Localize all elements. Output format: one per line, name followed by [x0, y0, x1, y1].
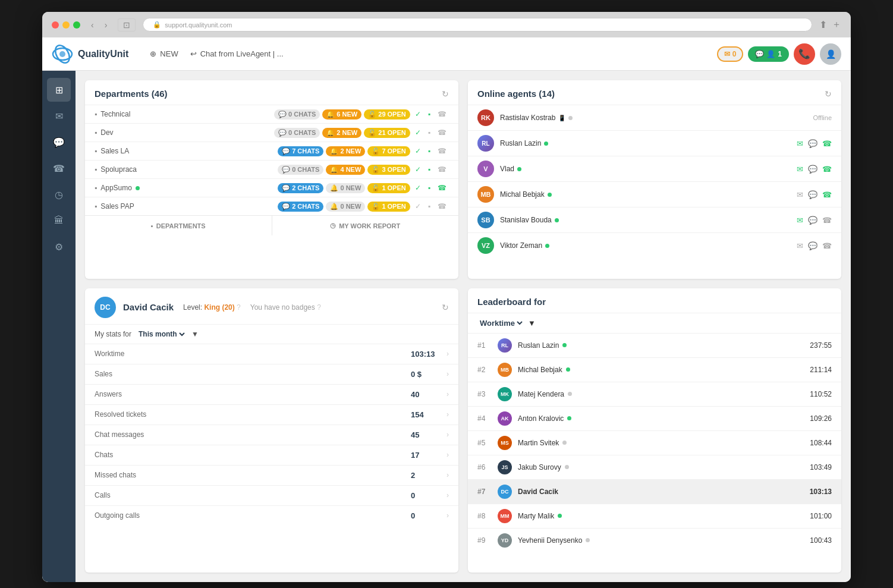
folder-icon-spolupraca: ▪ — [95, 165, 97, 174]
phone-action-salesla[interactable]: ☎ — [435, 146, 449, 156]
phone-action-technical[interactable]: ☎ — [435, 109, 449, 120]
sidebar-item-settings[interactable]: ⚙ — [47, 235, 71, 259]
close-dot[interactable] — [52, 21, 59, 29]
forward-button[interactable]: › — [101, 19, 111, 31]
sales-arrow[interactable]: › — [446, 370, 449, 378]
leaderboard-filter: Worktime Chats Sales ▼ — [468, 313, 841, 333]
open-badge-appsumo: 🔓 1 OPEN — [367, 183, 410, 193]
phone-action-dev[interactable]: ☎ — [435, 127, 449, 138]
dept-badges-appsumo: 💬 2 CHATS 🔔 0 NEW 🔓 1 OPEN ✓ ▪ ☎ — [278, 183, 449, 193]
email-action-technical[interactable]: ✓ — [413, 109, 423, 120]
worktime-arrow[interactable]: › — [446, 350, 449, 358]
stats-row-worktime: Worktime 103:13 › — [85, 344, 458, 364]
agent-avatar-michal: MB — [477, 186, 494, 203]
stats-period-select[interactable]: This month Last month This week — [136, 329, 187, 339]
back-button[interactable]: ‹ — [87, 19, 98, 31]
logo-svg — [52, 43, 73, 65]
chat-messages-arrow[interactable]: › — [446, 430, 449, 439]
sidebar-item-chat[interactable]: 💬 — [47, 130, 71, 154]
email-action-ruslan[interactable]: ✉ — [797, 139, 803, 148]
new-icon: ⊕ — [150, 49, 156, 58]
agent-avatar-viktor: VZ — [477, 237, 494, 254]
chat-action-michal[interactable]: 💬 — [808, 190, 817, 199]
outgoing-calls-arrow[interactable]: › — [446, 511, 449, 520]
phone-action-appsumo[interactable]: ☎ — [435, 183, 449, 193]
email-action-appsumo[interactable]: ✓ — [413, 183, 423, 193]
chat-action-salespap[interactable]: ▪ — [426, 201, 433, 212]
missed-chats-arrow[interactable]: › — [446, 471, 449, 479]
resolved-arrow[interactable]: › — [446, 410, 449, 419]
agents-refresh-icon[interactable]: ↻ — [825, 89, 832, 99]
status-dot-ruslan — [544, 142, 548, 146]
chat-action-spolupraca[interactable]: ▪ — [426, 164, 433, 175]
leaderboard-filter-select[interactable]: Worktime Chats Sales — [477, 318, 524, 328]
sidebar-item-reports[interactable]: ◷ — [47, 183, 71, 206]
app-body: ⊞ ✉ 💬 ☎ ◷ 🏛 ⚙ Departments (46) ↻ — [42, 71, 851, 582]
chat-badge-button[interactable]: 💬 👤 1 — [748, 46, 789, 62]
url-bar[interactable]: 🔒 support.qualityunit.com — [143, 18, 812, 32]
departments-footer-right[interactable]: ◷ MY WORK REPORT — [272, 216, 459, 235]
email-action-salespap[interactable]: ✓ — [413, 201, 423, 212]
departments-footer-left[interactable]: ▪ DEPARTMENTS — [85, 216, 272, 235]
badges-help-icon[interactable]: ? — [317, 303, 321, 312]
status-dot-viktor — [545, 244, 549, 248]
email-action-salesla[interactable]: ✓ — [413, 146, 423, 156]
phone-action-viktor[interactable]: ☎ — [822, 241, 832, 250]
departments-refresh-icon[interactable]: ↻ — [442, 89, 449, 99]
agent-avatar-ruslan: RL — [477, 135, 494, 152]
chat-action-appsumo[interactable]: ▪ — [426, 183, 433, 193]
answers-arrow[interactable]: › — [446, 390, 449, 398]
leaderboard-avatar-7: DC — [498, 485, 512, 499]
filter-chevron-icon: ▼ — [191, 330, 199, 338]
level-help-icon[interactable]: ? — [237, 303, 241, 312]
appsumo-status-dot — [136, 186, 140, 190]
departments-footer: ▪ DEPARTMENTS ◷ MY WORK REPORT — [85, 215, 458, 235]
folder-icon-appsumo: ▪ — [95, 184, 97, 192]
phone-button[interactable]: 📞 — [794, 43, 815, 65]
minimize-dot[interactable] — [62, 21, 70, 29]
chat-action-stanislav[interactable]: 💬 — [808, 216, 817, 225]
chat-action-technical[interactable]: ▪ — [426, 109, 433, 120]
sidebar-item-phone[interactable]: ☎ — [47, 156, 71, 180]
chat-badge-salespap: 💬 2 CHATS — [278, 202, 323, 212]
maximize-dot[interactable] — [73, 21, 80, 29]
chats-arrow[interactable]: › — [446, 451, 449, 459]
phone-action-ruslan[interactable]: ☎ — [822, 139, 832, 148]
lb-status-5 — [562, 441, 567, 445]
phone-action-stanislav[interactable]: ☎ — [822, 216, 832, 225]
email-action-michal[interactable]: ✉ — [797, 190, 803, 199]
sidebar-item-dashboard[interactable]: ⊞ — [47, 78, 71, 102]
sidebar-item-knowledge[interactable]: 🏛 — [47, 209, 71, 232]
new-tab-button[interactable]: ＋ — [832, 18, 841, 31]
stats-header: DC David Cacik Level: King (20) ? You ha… — [85, 288, 458, 324]
agent-name-stanislav: Stanislav Bouda — [500, 216, 791, 224]
chat-action-vlad[interactable]: 💬 — [808, 165, 817, 174]
chat-action-salesla[interactable]: ▪ — [426, 146, 433, 156]
chat-action-dev[interactable]: ▪ — [426, 127, 433, 138]
agent-name-viktor: Viktor Zeman — [500, 241, 791, 250]
chat-action-ruslan[interactable]: 💬 — [808, 139, 817, 148]
agent-row-michal: MB Michal Bebjak ✉ 💬 ☎ — [468, 181, 841, 207]
user-avatar[interactable]: 👤 — [820, 43, 841, 65]
email-action-spolupraca[interactable]: ✓ — [413, 164, 423, 175]
phone-action-michal[interactable]: ☎ — [822, 190, 832, 199]
new-badge-appsumo: 🔔 0 NEW — [326, 183, 365, 193]
new-nav-item[interactable]: ⊕ NEW — [150, 49, 178, 58]
calls-arrow[interactable]: › — [446, 491, 449, 499]
email-action-viktor[interactable]: ✉ — [797, 241, 803, 250]
stats-refresh-icon[interactable]: ↻ — [442, 303, 449, 312]
email-badge-button[interactable]: ✉ 0 — [717, 46, 744, 62]
open-badge-salesla: 🔓 7 OPEN — [367, 146, 410, 156]
email-action-vlad[interactable]: ✉ — [797, 165, 803, 174]
share-button[interactable]: ⬆ — [819, 18, 827, 31]
phone-action-spolupraca[interactable]: ☎ — [435, 164, 449, 175]
stats-row-calls: Calls 0 › — [85, 485, 458, 505]
email-action-dev[interactable]: ✓ — [413, 127, 423, 138]
tab-view-button[interactable]: ⊡ — [118, 18, 136, 32]
phone-action-salespap[interactable]: ☎ — [435, 201, 449, 212]
chat-action-viktor[interactable]: 💬 — [808, 241, 817, 250]
chat-nav-item[interactable]: ↩ Chat from LiveAgent | ... — [190, 49, 284, 58]
phone-action-vlad[interactable]: ☎ — [822, 165, 832, 174]
sidebar-item-email[interactable]: ✉ — [47, 104, 71, 128]
email-action-stanislav[interactable]: ✉ — [797, 216, 803, 225]
